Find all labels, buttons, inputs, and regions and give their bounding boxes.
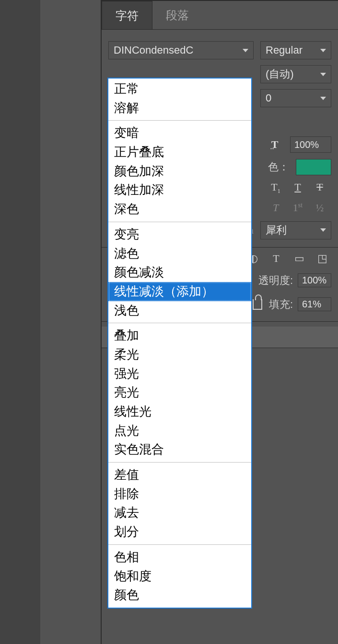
- blend-mode-option[interactable]: 排除: [108, 485, 251, 504]
- font-style-dropdown[interactable]: Regular: [260, 41, 331, 59]
- blend-mode-option[interactable]: 溶解: [108, 99, 251, 118]
- chevron-down-icon: [320, 49, 326, 52]
- blend-mode-option[interactable]: 柔光: [108, 345, 251, 364]
- blend-mode-option[interactable]: 强光: [108, 364, 251, 384]
- blend-mode-option[interactable]: 色相: [108, 548, 251, 567]
- blend-mode-option[interactable]: 线性加深: [108, 181, 251, 200]
- blend-mode-option[interactable]: 差值: [108, 465, 251, 485]
- menu-separator: [108, 544, 251, 545]
- underline-icon[interactable]: T: [290, 181, 305, 195]
- blend-mode-option[interactable]: 划分: [108, 522, 251, 542]
- blend-mode-option[interactable]: 变暗: [108, 124, 251, 143]
- menu-separator: [108, 462, 251, 463]
- opacity-label: 透明度:: [258, 273, 293, 288]
- fill-label: 填充:: [269, 297, 293, 312]
- filter-shape-icon[interactable]: ▭: [293, 252, 305, 265]
- blend-mode-option[interactable]: 实色混合: [108, 440, 251, 459]
- tab-character[interactable]: 字符: [102, 1, 152, 29]
- chevron-down-icon: [243, 49, 248, 52]
- fraction-icon[interactable]: ½: [312, 202, 327, 214]
- opacity-input[interactable]: 100%: [298, 273, 331, 287]
- anti-alias-value: 犀利: [266, 223, 316, 237]
- menu-separator: [108, 222, 251, 222]
- chevron-down-icon: [320, 228, 326, 232]
- font-family-dropdown[interactable]: DINCondensedC: [108, 41, 254, 59]
- blend-mode-option[interactable]: 减去: [108, 503, 251, 522]
- lock-icon[interactable]: [253, 299, 262, 310]
- font-style-value: Regular: [266, 44, 316, 56]
- horizontal-scale-icon: T↔: [266, 136, 283, 153]
- blend-mode-option[interactable]: 正片叠底: [108, 143, 251, 162]
- fill-input[interactable]: 61%: [298, 297, 331, 311]
- tab-paragraph[interactable]: 段落: [152, 1, 202, 29]
- text-color-swatch[interactable]: [296, 159, 331, 175]
- blend-mode-option[interactable]: 叠加: [108, 326, 251, 345]
- anti-alias-dropdown[interactable]: 犀利: [260, 221, 331, 239]
- filter-smart-icon[interactable]: ◳: [316, 252, 328, 265]
- blend-mode-option[interactable]: 变亮: [108, 225, 251, 244]
- font-family-value: DINCondensedC: [114, 44, 239, 56]
- menu-separator: [108, 323, 251, 323]
- chevron-down-icon: [320, 97, 326, 100]
- tracking-dropdown[interactable]: 0: [260, 89, 331, 107]
- horizontal-scale-input[interactable]: 100%: [290, 136, 331, 153]
- blend-mode-option[interactable]: 颜色加深: [108, 162, 251, 181]
- blend-mode-option[interactable]: 正常: [108, 79, 251, 99]
- leading-dropdown[interactable]: (自动): [260, 65, 331, 83]
- filter-type-icon[interactable]: T: [270, 252, 282, 265]
- blend-mode-option[interactable]: 饱和度: [108, 567, 251, 586]
- chevron-down-icon: [320, 73, 326, 76]
- blend-mode-option[interactable]: 线性光: [108, 402, 251, 421]
- menu-separator: [108, 120, 251, 121]
- tracking-value: 0: [266, 92, 316, 104]
- blend-mode-option[interactable]: 浅色: [108, 301, 251, 320]
- subscript-icon[interactable]: T1: [268, 181, 283, 195]
- blend-mode-menu[interactable]: 正常溶解 变暗正片叠底颜色加深线性加深深色 变亮滤色颜色减淡线性减淡（添加）浅色…: [107, 78, 252, 609]
- color-label: 色：: [268, 160, 289, 174]
- blend-mode-option[interactable]: 点光: [108, 421, 251, 441]
- blend-mode-option[interactable]: 颜色减淡: [108, 263, 251, 282]
- blend-mode-option[interactable]: 深色: [108, 200, 251, 219]
- left-gutter: [0, 0, 40, 644]
- blend-mode-option[interactable]: 亮光: [108, 383, 251, 402]
- blend-mode-option[interactable]: 颜色: [108, 586, 251, 605]
- blend-mode-option[interactable]: 线性减淡（添加）: [108, 282, 251, 301]
- blend-mode-option[interactable]: 滤色: [108, 244, 251, 263]
- italic-icon[interactable]: T: [268, 202, 283, 214]
- strikethrough-icon[interactable]: T: [312, 181, 327, 195]
- panel-tabs: 字符 段落: [102, 1, 338, 30]
- leading-value: (自动): [266, 67, 316, 81]
- ordinal-icon[interactable]: 1st: [290, 202, 305, 214]
